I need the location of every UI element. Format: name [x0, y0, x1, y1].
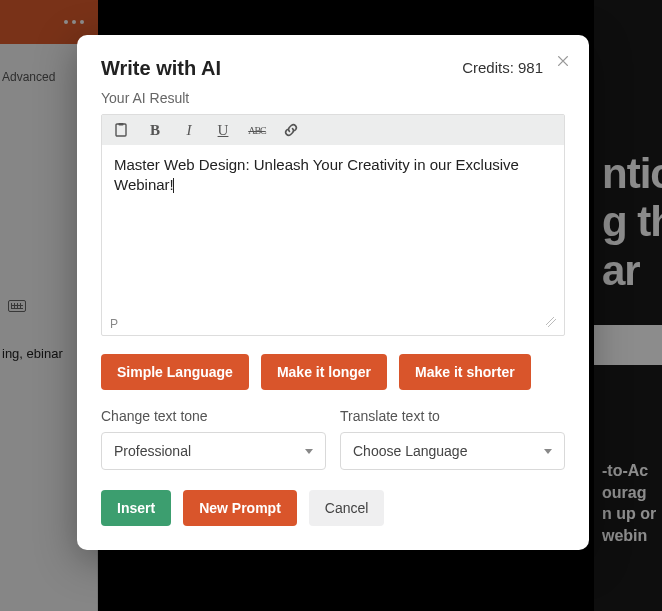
bold-icon[interactable]: B — [146, 121, 164, 139]
link-icon[interactable] — [282, 121, 300, 139]
italic-icon[interactable]: I — [180, 121, 198, 139]
tone-value: Professional — [114, 443, 191, 459]
language-select[interactable]: Choose Language — [340, 432, 565, 470]
strikethrough-icon[interactable]: ABC — [248, 121, 266, 139]
close-icon[interactable] — [553, 53, 573, 73]
resize-handle-icon[interactable] — [546, 317, 556, 327]
editor-textarea[interactable]: Master Web Design: Unleash Your Creativi… — [102, 145, 564, 315]
insert-button[interactable]: Insert — [101, 490, 171, 526]
tone-select[interactable]: Professional — [101, 432, 326, 470]
language-value: Choose Language — [353, 443, 467, 459]
svg-rect-1 — [119, 123, 124, 126]
paste-icon[interactable] — [112, 121, 130, 139]
modal-title: Write with AI — [101, 57, 221, 80]
new-prompt-button[interactable]: New Prompt — [183, 490, 297, 526]
tone-label: Change text tone — [101, 408, 326, 424]
svg-rect-0 — [116, 124, 126, 136]
credits-count: Credits: 981 — [462, 59, 543, 76]
generated-text: Master Web Design: Unleash Your Creativi… — [114, 156, 519, 193]
chevron-down-icon — [544, 449, 552, 454]
result-label: Your AI Result — [101, 90, 565, 106]
editor-toolbar: B I U ABC — [102, 115, 564, 145]
cancel-button[interactable]: Cancel — [309, 490, 385, 526]
simple-language-button[interactable]: Simple Language — [101, 354, 249, 390]
element-path: P — [110, 317, 118, 331]
rich-text-editor: B I U ABC Master Web Design: Unleash You… — [101, 114, 565, 336]
translate-label: Translate text to — [340, 408, 565, 424]
underline-icon[interactable]: U — [214, 121, 232, 139]
make-longer-button[interactable]: Make it longer — [261, 354, 387, 390]
chevron-down-icon — [305, 449, 313, 454]
make-shorter-button[interactable]: Make it shorter — [399, 354, 531, 390]
write-with-ai-modal: Write with AI Credits: 981 Your AI Resul… — [77, 35, 589, 550]
